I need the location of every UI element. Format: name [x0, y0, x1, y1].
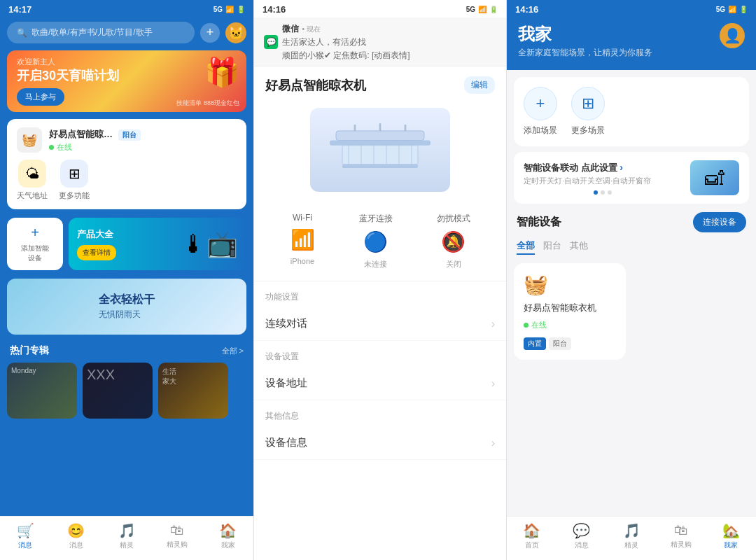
edit-button[interactable]: 编辑 [464, 76, 495, 94]
p3-jling-icon: 🎵 [623, 522, 640, 539]
connection-status-row: Wi-Fi 📶 iPhone 蓝牙连接 🔵 未连接 勿扰模式 🔕 关闭 [254, 206, 506, 281]
svg-rect-9 [342, 164, 418, 168]
weather-shortcut[interactable]: 🌤 天气地址 [17, 160, 48, 201]
p2-status-icons: 5G 📶 🔋 [466, 6, 498, 13]
device-card: 🧺 好易点智能晾… 阳台 在线 🌤 天气地址 ⊞ 更多功能 [7, 119, 246, 209]
connect-device-button[interactable]: 连接设备 [693, 212, 746, 232]
continuous-dialog-item[interactable]: 连续对话 › [254, 307, 506, 341]
nav-item-cart[interactable]: 🛒 消息 [0, 522, 50, 550]
dot-1 [594, 190, 598, 195]
p1-status-bar: 14:17 5G 📶 🔋 [0, 0, 253, 18]
p3-nav-shop[interactable]: 🛍 精灵购 [657, 522, 706, 550]
filter-other[interactable]: 其他 [570, 239, 588, 255]
p2-time: 14:16 [262, 4, 286, 15]
p3-avatar[interactable]: 👤 [720, 23, 745, 48]
p3-nav-jling[interactable]: 🎵 精灵 [606, 522, 656, 550]
plus-icon: + [31, 225, 39, 241]
wechat-status: 现在 [307, 25, 321, 33]
p3-nav-message[interactable]: 💬 消息 [556, 522, 606, 550]
album-label-3: 生活家大 [158, 363, 228, 391]
device-image-box [310, 108, 450, 192]
detail-button[interactable]: 查看详情 [77, 245, 116, 260]
smart-connect-banner[interactable]: 智能设备联动 点此设置 › 定时开关灯·自动开关空调·自动开窗帘 🛋 [514, 152, 749, 204]
jling-icon: 🎵 [118, 522, 136, 539]
product-promo-banner[interactable]: 产品大全 查看详情 🌡📺 [69, 218, 246, 270]
p2-wifi: 📶 [478, 6, 486, 13]
filter-tabs: 全部 阳台 其他 [507, 235, 756, 260]
panel2-device-detail: 14:16 5G 📶 🔋 💬 微信 • 现在 生活家达人，有活必找 顽固的小猴✔… [253, 0, 507, 560]
banner-content: 欢迎新主人 开启30天育喵计划 马上参与 [17, 57, 119, 106]
avatar-button[interactable]: 🐱 [225, 22, 246, 43]
grid-icon: ⊞ [60, 160, 88, 188]
p3-nav-home[interactable]: 🏠 首页 [507, 522, 556, 550]
add-scene-label: 添加场景 [524, 125, 557, 136]
function-settings-label: 功能设置 [254, 281, 506, 307]
weather-icon: 🌤 [18, 160, 46, 188]
online-text: 在线 [57, 142, 72, 153]
panel1-music-app: 14:17 5G 📶 🔋 🔍 歌曲/歌单/有声书/儿歌/节目/歌手 + 🐱 欢迎… [0, 0, 253, 560]
nav-item-message[interactable]: 😊 消息 [50, 522, 101, 550]
p3-shop-icon: 🛍 [674, 522, 688, 538]
album-item-1[interactable]: Monday [7, 363, 77, 419]
more-scenes-icon: ⊞ [571, 87, 605, 120]
add-scene-button[interactable]: + 添加场景 [524, 87, 557, 136]
banner-dots [524, 190, 682, 195]
wechat-icon: 💬 [264, 35, 278, 49]
banner-cta-btn[interactable]: 马上参与 [17, 88, 64, 106]
ad-banner[interactable]: 全衣轻松干 无惧阴雨天 [7, 279, 246, 335]
scenes-row: + 添加场景 ⊞ 更多场景 [524, 87, 739, 136]
ad-line2: 无惧阴雨天 [99, 309, 155, 321]
device-info-text: 设备信息 [265, 436, 307, 449]
wifi-icon: 📶 [290, 228, 315, 251]
album-item-3[interactable]: 生活家大 [158, 363, 228, 419]
banner-top-text: 欢迎新主人 [17, 57, 119, 67]
dryer-image [317, 115, 443, 185]
device-address-item[interactable]: 设备地址 › [254, 367, 506, 400]
nav-item-jling[interactable]: 🎵 精灵 [102, 522, 152, 550]
hot-albums-title: 热门专辑 [10, 344, 49, 357]
search-box[interactable]: 🔍 歌曲/歌单/有声书/儿歌/节目/歌手 [7, 22, 195, 43]
filter-balcony[interactable]: 阳台 [543, 239, 561, 255]
shop-icon: 🛍 [170, 522, 184, 538]
more-scenes-button[interactable]: ⊞ 更多场景 [571, 87, 605, 136]
p3-nav-myhome[interactable]: 🏡 我家 [706, 522, 756, 550]
device-address-text: 设备地址 [265, 377, 307, 390]
device-info: 好易点智能晾… 阳台 在线 [49, 128, 141, 153]
p3-bottom-nav: 🏠 首页 💬 消息 🎵 精灵 🛍 精灵购 🏡 我家 [507, 516, 756, 560]
online-indicator [49, 145, 54, 150]
wechat-notification-bar[interactable]: 💬 微信 • 现在 生活家达人，有活必找 顽固的小猴✔ 定焦数码: [动画表情] [254, 18, 506, 66]
search-bar-row: 🔍 歌曲/歌单/有声书/儿歌/节目/歌手 + 🐱 [0, 18, 253, 48]
add-device-label: 添加智能设备 [21, 244, 49, 263]
album-item-2[interactable]: XXX [83, 363, 153, 419]
home-icon: 🏠 [219, 522, 237, 539]
nav-item-home[interactable]: 🏠 我家 [203, 522, 253, 550]
add-button[interactable]: + [200, 23, 220, 43]
banner-decoration: 🎁 [204, 56, 239, 89]
p3-myhome-icon: 🏡 [722, 522, 740, 539]
device-info-item[interactable]: 设备信息 › [254, 426, 506, 460]
panel3-smart-home: 14:16 5G 📶 🔋 我家 全新家庭智能场景，让精灵为你服务 👤 + 添加场… [507, 0, 756, 560]
album-label-2: XXX [83, 363, 153, 387]
device-location: 阳台 [118, 130, 141, 141]
more-functions-shortcut[interactable]: ⊞ 更多功能 [59, 160, 90, 201]
filter-all[interactable]: 全部 [517, 239, 535, 255]
p2-signal: 5G [466, 6, 475, 13]
device-online-dot [524, 323, 528, 328]
smart-device-card[interactable]: 🧺 好易点智能晾衣机 在线 内置 阳台 [514, 263, 626, 360]
shop-label: 精灵购 [167, 540, 188, 550]
banner-main-text: 开启30天育喵计划 [17, 67, 119, 84]
add-device-button[interactable]: + 添加智能设备 [7, 218, 63, 270]
device-tags: 内置 阳台 [524, 337, 616, 350]
p3-shop-label: 精灵购 [671, 540, 692, 550]
nav-item-shop[interactable]: 🛍 精灵购 [152, 522, 202, 550]
device-icon: 🧺 [17, 127, 42, 153]
p3-status-icons: 5G 📶 🔋 [716, 6, 748, 13]
p2-status-bar: 14:16 5G 📶 🔋 [254, 0, 506, 18]
device-tag-builtin: 内置 [524, 337, 546, 350]
message-label: 消息 [69, 540, 83, 550]
other-info-label: 其他信息 [254, 400, 506, 426]
wifi-label: Wi-Fi [293, 213, 312, 223]
bt-label: 蓝牙连接 [359, 213, 393, 225]
see-all-link[interactable]: 全部 > [222, 346, 244, 356]
p3-time: 14:16 [515, 4, 538, 15]
